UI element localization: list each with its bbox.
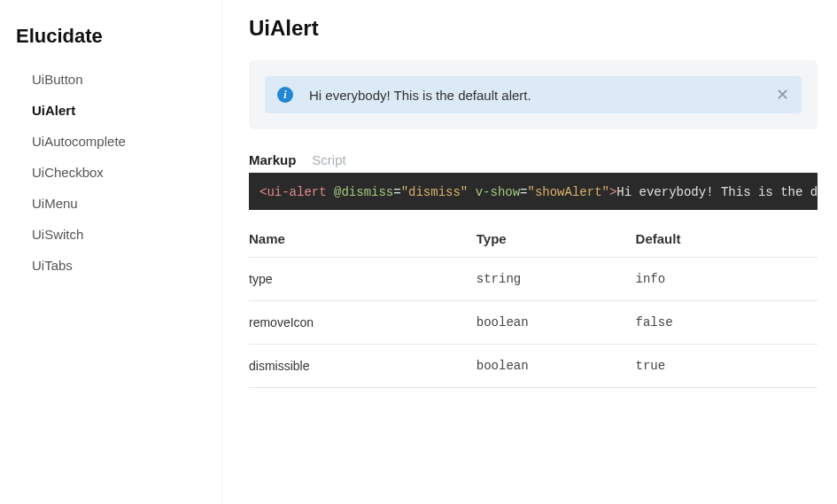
sidebar-item-uibutton[interactable]: UiButton <box>16 64 205 95</box>
example-box: i Hi everybody! This is the default aler… <box>249 60 818 129</box>
prop-type: boolean <box>477 301 636 345</box>
sidebar-item-uialert[interactable]: UiAlert <box>16 95 205 126</box>
th-type: Type <box>477 221 636 258</box>
sidebar: Elucidate UiButtonUiAlertUiAutocompleteU… <box>0 0 221 504</box>
brand-title: Elucidate <box>16 16 205 64</box>
code-tabs: MarkupScript <box>249 152 818 171</box>
page-title: UiAlert <box>249 16 818 41</box>
tab-script[interactable]: Script <box>312 152 345 171</box>
prop-default: false <box>636 301 818 345</box>
prop-type: string <box>477 258 636 301</box>
alert: i Hi everybody! This is the default aler… <box>265 76 802 113</box>
tab-markup[interactable]: Markup <box>249 152 296 171</box>
prop-name: dismissible <box>249 345 477 388</box>
code-scroll-wrap: <ui-alert @dismiss="dismiss" v-show="sho… <box>249 173 818 210</box>
sidebar-item-uitabs[interactable]: UiTabs <box>16 250 205 281</box>
sidebar-item-uiautocomplete[interactable]: UiAutocomplete <box>16 126 205 157</box>
alert-text: Hi everybody! This is the default alert. <box>309 88 531 103</box>
th-name: Name <box>249 221 477 258</box>
prop-type: boolean <box>477 345 636 388</box>
sidebar-item-uiswitch[interactable]: UiSwitch <box>16 219 205 250</box>
prop-name: type <box>249 258 477 301</box>
table-row: typestringinfo <box>249 258 818 301</box>
prop-default: info <box>636 258 818 301</box>
nav-list: UiButtonUiAlertUiAutocompleteUiCheckboxU… <box>16 64 205 281</box>
info-icon: i <box>277 87 293 103</box>
prop-name: removeIcon <box>249 301 477 345</box>
close-icon[interactable]: ✕ <box>776 87 789 103</box>
sidebar-item-uicheckbox[interactable]: UiCheckbox <box>16 157 205 188</box>
prop-default: true <box>636 345 818 388</box>
sidebar-item-uimenu[interactable]: UiMenu <box>16 188 205 219</box>
props-table: Name Type Default typestringinforemoveIc… <box>249 221 818 388</box>
table-row: removeIconbooleanfalse <box>249 301 818 345</box>
main-content: UiAlert i Hi everybody! This is the defa… <box>222 0 837 504</box>
table-row: dismissiblebooleantrue <box>249 345 818 388</box>
th-default: Default <box>636 221 818 258</box>
code-block[interactable]: <ui-alert @dismiss="dismiss" v-show="sho… <box>249 173 818 210</box>
